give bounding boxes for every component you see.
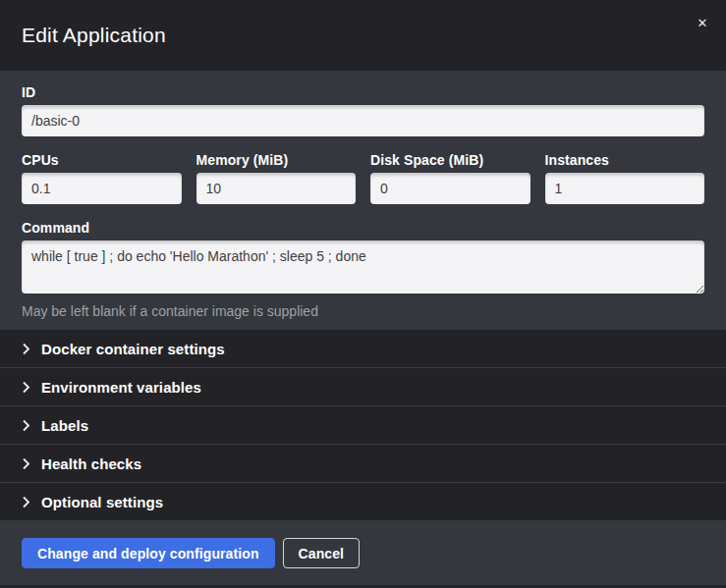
collapsible-sections: Docker container settings Environment va… bbox=[0, 330, 726, 520]
command-field-group: Command while [ true ] ; do echo 'Hello … bbox=[22, 220, 704, 319]
section-label: Optional settings bbox=[41, 494, 163, 510]
section-environment-variables[interactable]: Environment variables bbox=[0, 368, 726, 406]
cancel-button[interactable]: Cancel bbox=[283, 538, 361, 568]
chevron-right-icon bbox=[22, 343, 30, 355]
command-textarea[interactable]: while [ true ] ; do echo 'Hello Marathon… bbox=[22, 241, 704, 294]
section-health-checks[interactable]: Health checks bbox=[0, 445, 726, 483]
disk-field-group: Disk Space (MiB) bbox=[370, 152, 531, 204]
disk-input[interactable] bbox=[370, 173, 531, 204]
cpus-label: CPUs bbox=[22, 152, 182, 168]
close-icon[interactable]: ✕ bbox=[693, 14, 712, 33]
instances-field-group: Instances bbox=[545, 152, 705, 204]
cpus-field-group: CPUs bbox=[22, 152, 182, 204]
command-label: Command bbox=[22, 220, 704, 236]
resources-row: CPUs Memory (MiB) Disk Space (MiB) Insta… bbox=[22, 152, 704, 220]
instances-input[interactable] bbox=[545, 173, 705, 204]
id-label: ID bbox=[22, 84, 704, 100]
section-label: Environment variables bbox=[41, 379, 201, 396]
modal-form: ID CPUs Memory (MiB) Disk Space (MiB) In… bbox=[0, 71, 726, 330]
section-labels[interactable]: Labels bbox=[0, 406, 726, 445]
id-input[interactable] bbox=[22, 105, 704, 136]
section-label: Docker container settings bbox=[41, 341, 225, 357]
disk-label: Disk Space (MiB) bbox=[370, 152, 531, 168]
modal-header: Edit Application ✕ bbox=[0, 0, 726, 71]
cpus-input[interactable] bbox=[22, 173, 182, 204]
command-help-text: May be left blank if a container image i… bbox=[22, 303, 704, 319]
change-and-deploy-button[interactable]: Change and deploy configuration bbox=[22, 538, 275, 568]
chevron-right-icon bbox=[22, 457, 30, 470]
chevron-right-icon bbox=[22, 496, 30, 508]
chevron-right-icon bbox=[22, 419, 30, 432]
edit-application-modal: Edit Application ✕ ID CPUs Memory (MiB) … bbox=[0, 0, 726, 588]
id-field-group: ID bbox=[22, 84, 704, 136]
modal-footer: Change and deploy configuration Cancel bbox=[0, 520, 726, 585]
section-optional-settings[interactable]: Optional settings bbox=[0, 483, 726, 520]
modal-title: Edit Application bbox=[22, 24, 166, 47]
section-docker-container-settings[interactable]: Docker container settings bbox=[0, 330, 726, 368]
chevron-right-icon bbox=[22, 381, 30, 394]
instances-label: Instances bbox=[545, 152, 705, 168]
memory-label: Memory (MiB) bbox=[196, 152, 357, 168]
memory-field-group: Memory (MiB) bbox=[196, 152, 357, 204]
memory-input[interactable] bbox=[196, 173, 357, 204]
section-label: Health checks bbox=[41, 455, 141, 472]
section-label: Labels bbox=[41, 417, 88, 434]
